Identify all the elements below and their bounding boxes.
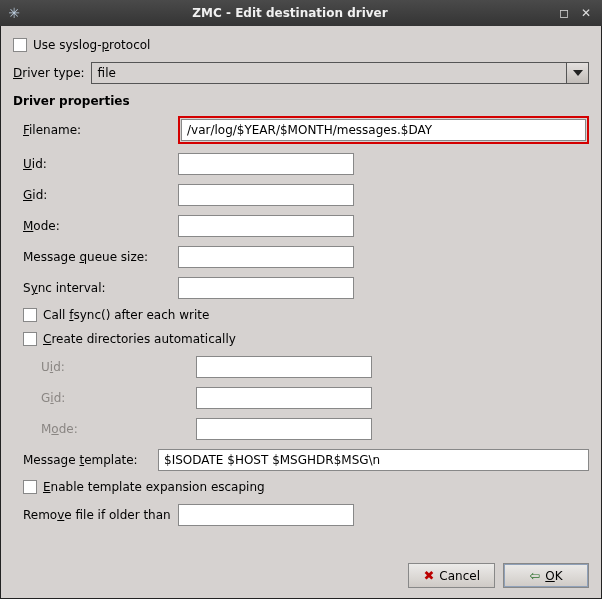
uid-label: Uid:	[23, 157, 178, 171]
driver-type-label: Driver type:	[13, 66, 85, 80]
driver-type-combo[interactable]: file	[91, 62, 589, 84]
message-queue-size-input[interactable]	[178, 246, 354, 268]
remove-file-older-input[interactable]	[178, 504, 354, 526]
create-directories-label: Create directories automatically	[43, 332, 236, 346]
remove-file-older-label: Remove file if older than	[23, 508, 178, 522]
close-icon[interactable]: ✕	[576, 5, 596, 21]
filename-label: Filename:	[23, 123, 178, 137]
filename-highlight	[178, 116, 589, 144]
use-syslog-protocol-label: Use syslog-protocol	[33, 38, 150, 52]
ok-icon: ⇦	[529, 568, 540, 583]
call-fsync-checkbox[interactable]: Call fsync() after each write	[23, 308, 589, 322]
message-template-label: Message template:	[23, 453, 158, 467]
message-queue-size-label: Message queue size:	[23, 250, 178, 264]
call-fsync-label: Call fsync() after each write	[43, 308, 209, 322]
sync-interval-label: Sync interval:	[23, 281, 178, 295]
driver-type-value: file	[92, 63, 566, 83]
window-title: ZMC - Edit destination driver	[28, 6, 552, 20]
uid-input[interactable]	[178, 153, 354, 175]
cancel-icon: ✖	[423, 568, 434, 583]
dir-mode-input[interactable]	[196, 418, 372, 440]
dir-uid-input[interactable]	[196, 356, 372, 378]
dir-gid-input[interactable]	[196, 387, 372, 409]
chevron-down-icon[interactable]	[566, 63, 588, 83]
dir-mode-label: Mode:	[41, 422, 196, 436]
create-directories-checkbox[interactable]: Create directories automatically	[23, 332, 589, 346]
use-syslog-protocol-checkbox[interactable]: Use syslog-protocol	[13, 38, 589, 52]
dialog-body: Use syslog-protocol Driver type: file Dr…	[0, 26, 602, 599]
ok-button[interactable]: ⇦ OK	[503, 563, 589, 588]
button-bar: ✖ Cancel ⇦ OK	[408, 563, 589, 588]
checkbox-box[interactable]	[23, 308, 37, 322]
filename-input[interactable]	[181, 119, 586, 141]
dir-uid-label: Uid:	[41, 360, 196, 374]
message-template-input[interactable]	[158, 449, 589, 471]
checkbox-box[interactable]	[23, 332, 37, 346]
mode-label: Mode:	[23, 219, 178, 233]
enable-template-escaping-checkbox[interactable]: Enable template expansion escaping	[23, 480, 589, 494]
mode-input[interactable]	[178, 215, 354, 237]
gid-label: Gid:	[23, 188, 178, 202]
app-icon: ✳	[6, 5, 22, 21]
checkbox-box[interactable]	[23, 480, 37, 494]
cancel-button[interactable]: ✖ Cancel	[408, 563, 495, 588]
maximize-icon[interactable]: ◻	[554, 5, 574, 21]
ok-button-label: OK	[545, 569, 562, 583]
enable-template-escaping-label: Enable template expansion escaping	[43, 480, 265, 494]
sync-interval-input[interactable]	[178, 277, 354, 299]
checkbox-box[interactable]	[13, 38, 27, 52]
dir-gid-label: Gid:	[41, 391, 196, 405]
gid-input[interactable]	[178, 184, 354, 206]
driver-properties-heading: Driver properties	[13, 94, 589, 108]
cancel-button-label: Cancel	[439, 569, 480, 583]
titlebar: ✳ ZMC - Edit destination driver ◻ ✕	[0, 0, 602, 26]
